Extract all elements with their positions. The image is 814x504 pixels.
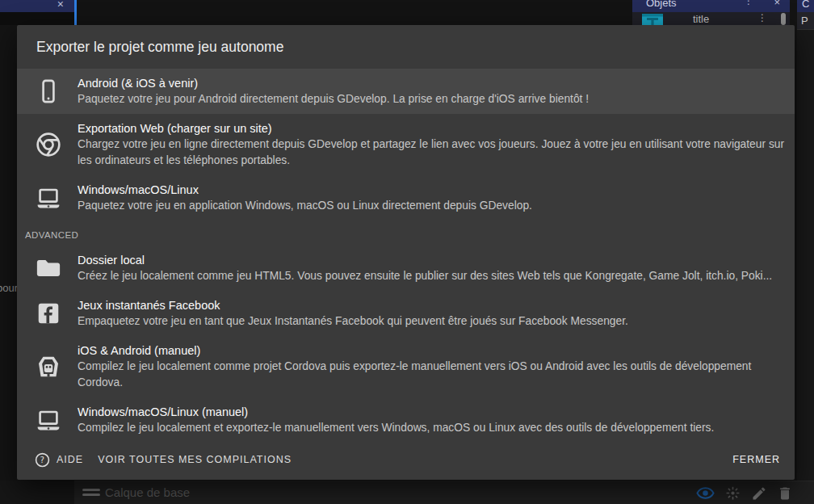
laptop-icon	[36, 407, 61, 433]
option-title: Android (& iOS à venir)	[78, 75, 788, 91]
option-title: Windows/macOS/Linux (manuel)	[78, 404, 788, 420]
kebab-menu-icon[interactable]: ⋮	[757, 12, 767, 23]
background-window-body	[0, 12, 74, 25]
objects-panel: Objets ⋮ × title ⋮	[632, 0, 790, 25]
gdevelop-app: × Objets ⋮ × title ⋮ C P	[0, 0, 814, 504]
object-name: title	[693, 13, 709, 25]
eye-icon[interactable]	[696, 484, 715, 502]
export-option-android[interactable]: Android (& iOS à venir) Paquetez votre j…	[17, 69, 795, 114]
export-option-web[interactable]: Exportation Web (charger sur un site) Ch…	[17, 114, 795, 175]
right-side-panel: C P	[797, 0, 814, 481]
background-editor-area	[77, 0, 632, 25]
option-description: Créez le jeu localement comme jeu HTML5.…	[78, 268, 788, 284]
option-title: Exportation Web (charger sur un site)	[78, 120, 788, 136]
export-dialog: Exporter le projet comme jeu autonome An…	[17, 25, 795, 480]
layer-name: Calque de base	[105, 485, 190, 499]
close-icon[interactable]: ×	[57, 0, 64, 10]
drag-handle-icon[interactable]	[82, 489, 100, 498]
object-list-item[interactable]: title ⋮	[632, 12, 790, 25]
option-title: Windows/macOS/Linux	[78, 182, 788, 198]
pencil-icon[interactable]	[751, 485, 767, 502]
option-description: Paquetez votre jeu pour Android directem…	[78, 91, 788, 107]
svg-text:?: ?	[40, 455, 44, 464]
objects-panel-title: Objets	[646, 0, 677, 9]
scrollbar-thumb[interactable]	[781, 13, 786, 25]
export-option-desktop[interactable]: Windows/macOS/Linux Paquetez votre jeu e…	[17, 175, 795, 220]
layer-row[interactable]: Calque de base	[74, 481, 814, 504]
option-description: Empaquetez votre jeu en tant que Jeux In…	[78, 313, 788, 330]
right-panel-header: C	[797, 0, 814, 12]
close-dialog-button[interactable]: FERMER	[731, 451, 782, 468]
background-window-header: ×	[0, 0, 74, 12]
export-option-desktop-manual[interactable]: Windows/macOS/Linux (manuel) Compilez le…	[17, 397, 795, 443]
option-title: Jeux instantanés Facebook	[78, 297, 788, 313]
dialog-actions: ? AIDE VOIR TOUTES MES COMPILATIONS FERM…	[33, 449, 782, 470]
export-option-facebook[interactable]: Jeux instantanés Facebook Empaquetez vot…	[17, 291, 795, 336]
text-object-icon	[642, 14, 663, 25]
view-builds-label: VOIR TOUTES MES COMPILATIONS	[98, 454, 292, 465]
advanced-section-label: ADVANCED	[17, 220, 795, 246]
option-description: Paquetez votre jeu en application Window…	[78, 198, 788, 214]
facebook-icon	[36, 300, 61, 326]
help-button[interactable]: ? AIDE	[33, 449, 85, 471]
objects-panel-header[interactable]: Objets ⋮ ×	[632, 0, 790, 12]
help-button-label: AIDE	[57, 454, 83, 465]
cordova-icon	[36, 354, 61, 380]
laptop-icon	[36, 185, 61, 211]
folder-icon	[36, 255, 61, 281]
option-title: iOS & Android (manuel)	[78, 342, 788, 359]
option-description: Compilez le jeu localement comme projet …	[78, 359, 788, 391]
chrome-icon	[36, 132, 61, 158]
view-builds-button[interactable]: VOIR TOUTES MES COMPILATIONS	[96, 451, 293, 468]
dialog-titlebar: Exporter le projet comme jeu autonome	[17, 25, 795, 69]
smartphone-icon	[36, 78, 61, 104]
option-description: Chargez votre jeu en ligne directement d…	[78, 136, 788, 169]
help-circle-icon: ?	[35, 452, 50, 468]
center-view-icon[interactable]	[724, 485, 741, 502]
bottom-left-strip	[0, 481, 74, 504]
trash-icon[interactable]	[777, 485, 793, 502]
option-title: Dossier local	[78, 252, 788, 268]
clipped-text-fragment: bour	[0, 282, 18, 294]
dialog-title: Exporter le projet comme jeu autonome	[36, 39, 283, 56]
close-button-label: FERMER	[732, 454, 780, 465]
export-option-cordova[interactable]: iOS & Android (manuel) Compilez le jeu l…	[17, 336, 795, 397]
close-icon[interactable]: ×	[774, 0, 780, 8]
export-option-local-folder[interactable]: Dossier local Créez le jeu localement co…	[17, 246, 795, 291]
kebab-menu-icon[interactable]: ⋮	[744, 0, 753, 6]
right-panel-label: P	[797, 12, 814, 30]
option-description: Compilez le jeu localement et exportez-l…	[78, 420, 788, 436]
